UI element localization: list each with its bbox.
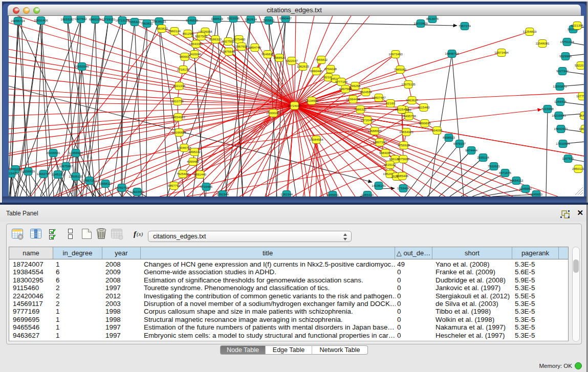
svg-text:7485063: 7485063 xyxy=(394,68,407,71)
svg-text:16848794: 16848794 xyxy=(445,52,459,55)
svg-text:10654112: 10654112 xyxy=(509,179,524,182)
svg-text:1075460: 1075460 xyxy=(233,37,246,41)
svg-text:17010504: 17010504 xyxy=(556,142,570,145)
svg-text:9463627: 9463627 xyxy=(406,98,419,102)
svg-text:8471676: 8471676 xyxy=(499,171,512,174)
svg-text:19384554: 19384554 xyxy=(309,138,323,141)
svg-text:6990447: 6990447 xyxy=(279,16,292,20)
svg-text:15751024: 15751024 xyxy=(560,40,574,43)
svg-text:12505135: 12505135 xyxy=(69,174,83,178)
svg-text:8186323: 8186323 xyxy=(209,37,222,41)
svg-text:9777169: 9777169 xyxy=(335,80,348,83)
svg-text:9146820: 9146820 xyxy=(186,18,199,22)
svg-text:3498222: 3498222 xyxy=(188,150,201,154)
svg-text:5322037: 5322037 xyxy=(286,59,298,62)
svg-text:18724007: 18724007 xyxy=(288,104,302,107)
svg-text:7663822: 7663822 xyxy=(156,27,168,30)
svg-text:9474444: 9474444 xyxy=(465,148,478,152)
svg-text:19654983: 19654983 xyxy=(171,115,185,119)
svg-text:10688609: 10688609 xyxy=(367,129,382,133)
svg-text:1145190: 1145190 xyxy=(52,172,64,176)
svg-text:18807249: 18807249 xyxy=(373,140,387,144)
svg-text:25300283: 25300283 xyxy=(266,111,280,115)
svg-text:1221396: 1221396 xyxy=(571,24,584,27)
svg-text:16543382: 16543382 xyxy=(189,42,203,46)
svg-text:9245653: 9245653 xyxy=(530,192,543,196)
svg-text:21364436: 21364436 xyxy=(346,97,360,101)
svg-text:1277512: 1277512 xyxy=(576,94,584,98)
svg-text:16495758: 16495758 xyxy=(402,114,416,118)
svg-text:62160: 62160 xyxy=(386,101,395,105)
svg-text:16638221: 16638221 xyxy=(152,19,166,23)
svg-text:1244415: 1244415 xyxy=(554,100,567,103)
svg-text:1965121: 1965121 xyxy=(579,127,584,130)
svg-text:9857791: 9857791 xyxy=(168,184,181,187)
svg-text:17957253: 17957253 xyxy=(82,179,97,182)
svg-text:9756928: 9756928 xyxy=(398,143,410,147)
svg-text:6966102: 6966102 xyxy=(89,17,102,21)
svg-text:10025453: 10025453 xyxy=(395,107,409,111)
svg-text:2935114: 2935114 xyxy=(477,156,489,159)
svg-text:1733426: 1733426 xyxy=(397,186,410,190)
svg-text:9115460: 9115460 xyxy=(418,105,430,109)
svg-text:19654923: 19654923 xyxy=(399,130,413,134)
svg-text:8938923: 8938923 xyxy=(443,136,455,139)
svg-text:6479197: 6479197 xyxy=(453,142,466,145)
svg-text:9245652: 9245652 xyxy=(519,187,532,190)
svg-text:1588520: 1588520 xyxy=(273,56,286,59)
svg-text:1292344: 1292344 xyxy=(216,192,229,196)
svg-text:1691440: 1691440 xyxy=(194,172,207,176)
svg-text:14136141: 14136141 xyxy=(372,184,386,187)
svg-text:10973493: 10973493 xyxy=(388,52,403,56)
svg-text:7632621: 7632621 xyxy=(488,164,500,168)
svg-text:9085446: 9085446 xyxy=(396,174,409,178)
svg-text:20206531: 20206531 xyxy=(46,151,60,155)
svg-text:10719151: 10719151 xyxy=(101,17,116,21)
svg-text:1362614: 1362614 xyxy=(245,17,257,21)
svg-text:7357274: 7357274 xyxy=(459,24,471,28)
svg-text:20691406: 20691406 xyxy=(34,18,48,22)
svg-text:12942737: 12942737 xyxy=(36,172,51,176)
svg-text:11254819: 11254819 xyxy=(522,30,537,33)
svg-text:16782759: 16782759 xyxy=(115,186,129,189)
svg-text:9245651: 9245651 xyxy=(326,193,339,196)
svg-text:19166825: 19166825 xyxy=(172,130,186,134)
svg-text:989901: 989901 xyxy=(180,55,190,58)
svg-text:15720407: 15720407 xyxy=(360,118,375,122)
svg-text:16713155: 16713155 xyxy=(115,18,129,22)
svg-text:3915411: 3915411 xyxy=(9,171,17,175)
svg-text:9899695: 9899695 xyxy=(419,121,431,125)
svg-text:12359934: 12359934 xyxy=(69,151,83,155)
svg-text:9327503: 9327503 xyxy=(195,34,208,38)
svg-text:10046768: 10046768 xyxy=(177,146,191,149)
svg-text:7955812: 7955812 xyxy=(315,58,328,61)
svg-text:1810755: 1810755 xyxy=(171,99,184,103)
svg-text:8454749: 8454749 xyxy=(249,46,262,49)
svg-text:1615112: 1615112 xyxy=(384,163,396,166)
svg-text:1282344: 1282344 xyxy=(280,192,293,196)
svg-text:5322036: 5322036 xyxy=(227,16,240,20)
svg-text:30975867: 30975867 xyxy=(59,164,73,168)
svg-text:12093872: 12093872 xyxy=(553,84,567,88)
svg-text:(x): (x) xyxy=(137,231,143,237)
svg-text:2450121: 2450121 xyxy=(572,167,584,170)
svg-text:1362615: 1362615 xyxy=(297,64,310,68)
svg-text:3624554: 3624554 xyxy=(360,90,373,94)
svg-text:6990448: 6990448 xyxy=(310,69,323,73)
svg-text:16210643: 16210643 xyxy=(552,114,566,117)
svg-text:12923446: 12923446 xyxy=(130,190,144,193)
svg-text:8960124: 8960124 xyxy=(168,29,181,33)
svg-text:9227342: 9227342 xyxy=(556,69,569,73)
svg-text:15134545: 15134545 xyxy=(304,99,319,102)
svg-text:1221338: 1221338 xyxy=(173,84,186,87)
svg-text:5875645: 5875645 xyxy=(223,50,235,53)
svg-text:10973494: 10973494 xyxy=(494,51,509,54)
svg-text:6794028: 6794028 xyxy=(324,67,337,71)
svg-text:7663821: 7663821 xyxy=(141,21,154,25)
svg-text:891295: 891295 xyxy=(183,32,193,35)
svg-text:11156829: 11156829 xyxy=(21,169,35,173)
svg-text:6497568: 6497568 xyxy=(339,87,352,91)
svg-text:8215958: 8215958 xyxy=(541,107,554,111)
svg-text:10958127: 10958127 xyxy=(98,182,113,185)
svg-text:1065410: 1065410 xyxy=(361,193,374,196)
